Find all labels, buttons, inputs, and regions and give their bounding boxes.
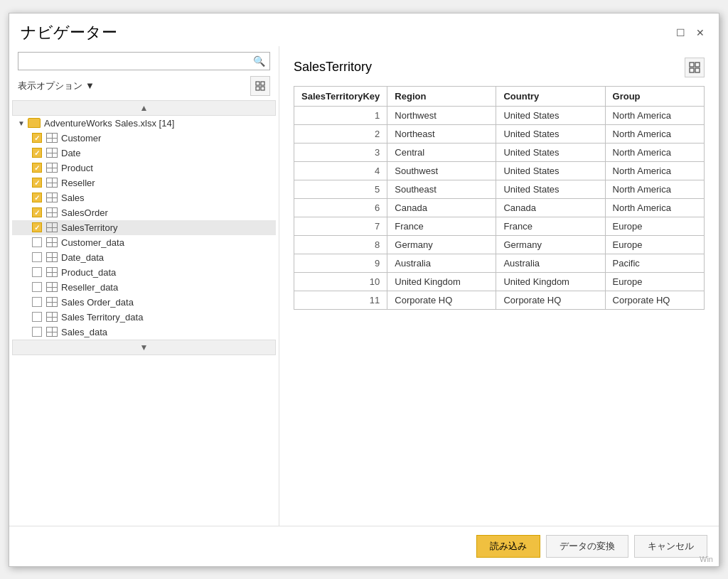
cell-country: Germany	[496, 235, 605, 254]
item-label-salesorder-data: Sales Order_data	[61, 297, 134, 308]
nav-view-button[interactable]	[250, 76, 270, 96]
table-row: 9 Australia Australia Pacific	[294, 254, 705, 272]
checkbox-salesterritory-data[interactable]	[32, 312, 42, 322]
tree-item-date[interactable]: Date	[12, 146, 276, 161]
load-button[interactable]: 読み込み	[476, 535, 540, 558]
cell-key: 5	[294, 180, 387, 198]
cell-group: North America	[605, 106, 704, 124]
item-label-customer-data: Customer_data	[61, 237, 124, 248]
cell-key: 10	[294, 272, 387, 291]
checkbox-reseller-data[interactable]	[32, 282, 42, 292]
checkbox-sales-data[interactable]	[32, 327, 42, 337]
cell-region: Southwest	[387, 161, 496, 180]
checkbox-customer-data[interactable]	[32, 237, 42, 247]
tree-item-sales[interactable]: Sales	[12, 190, 276, 205]
item-label-date: Date	[61, 148, 80, 158]
checkbox-salesorder-data[interactable]	[32, 297, 42, 307]
table-icon-sales	[46, 193, 58, 202]
tree-item-product[interactable]: Product	[12, 161, 276, 175]
tree-item-reseller[interactable]: Reseller	[12, 175, 276, 190]
tree-item-date-data[interactable]: Date_data	[12, 250, 276, 265]
tree-item-customer-data[interactable]: Customer_data	[12, 235, 276, 250]
tree-item-salesterritory-data[interactable]: Sales Territory_data	[12, 310, 276, 325]
cell-region: Canada	[387, 198, 496, 217]
tree-item-salesterritory[interactable]: SalesTerritory	[12, 220, 276, 235]
preview-title: SalesTerritory	[294, 60, 372, 75]
tree-item-salesorder[interactable]: SalesOrder	[12, 205, 276, 220]
cell-region: Central	[387, 143, 496, 161]
table-icon-salesterritory	[46, 222, 58, 232]
cell-group: North America	[605, 161, 704, 180]
table-row: 8 Germany Germany Europe	[294, 235, 705, 254]
preview-view-button[interactable]	[685, 58, 705, 77]
table-icon-salesorder	[46, 207, 58, 217]
cell-country: France	[496, 217, 605, 235]
table-row: 11 Corporate HQ Corporate HQ Corporate H…	[294, 291, 705, 309]
search-input[interactable]	[23, 55, 253, 66]
cell-region: Corporate HQ	[387, 291, 496, 309]
options-row: 表示オプション ▼	[9, 76, 279, 96]
nav-view-icon	[255, 81, 265, 91]
scroll-down-button[interactable]: ▼	[12, 340, 276, 355]
cell-group: Pacific	[605, 254, 704, 272]
cell-region: Australia	[387, 254, 496, 272]
checkbox-sales[interactable]	[32, 193, 42, 202]
item-label-salesterritory: SalesTerritory	[61, 222, 117, 233]
checkbox-reseller[interactable]	[32, 178, 42, 188]
checkbox-product[interactable]	[32, 163, 42, 173]
tree-item-sales-data[interactable]: Sales_data	[12, 325, 276, 340]
scroll-up-button[interactable]: ▲	[12, 100, 276, 116]
checkbox-salesterritory[interactable]	[32, 222, 42, 232]
cancel-button[interactable]: キャンセル	[634, 535, 707, 558]
cell-key: 2	[294, 124, 387, 143]
tree-item-salesorder-data[interactable]: Sales Order_data	[12, 295, 276, 310]
item-label-product: Product	[61, 163, 93, 173]
display-options-button[interactable]: 表示オプション ▼	[18, 80, 95, 92]
maximize-button[interactable]: ☐	[673, 26, 687, 40]
cell-country: United States	[496, 106, 605, 124]
svg-rect-0	[256, 82, 259, 85]
item-label-sales: Sales	[61, 193, 85, 203]
table-row: 6 Canada Canada North America	[294, 198, 705, 217]
table-row: 10 United Kingdom United Kingdom Europe	[294, 272, 705, 291]
checkbox-date[interactable]	[32, 148, 42, 158]
title-bar: ナビゲーター ☐ ✕	[9, 13, 719, 46]
cell-group: Europe	[605, 217, 704, 235]
dialog-title: ナビゲーター	[21, 22, 117, 43]
cell-group: Europe	[605, 235, 704, 254]
search-icon: 🔍	[253, 55, 265, 67]
table-icon-sales-data	[46, 327, 58, 337]
table-row: 2 Northeast United States North America	[294, 124, 705, 143]
search-bar[interactable]: 🔍	[18, 52, 270, 70]
folder-item[interactable]: ▼ AdventureWorks Sales.xlsx [14]	[12, 116, 276, 131]
tree-container[interactable]: ▲ ▼ AdventureWorks Sales.xlsx [14]	[9, 100, 279, 520]
close-button[interactable]: ✕	[693, 26, 707, 40]
svg-rect-7	[695, 68, 700, 72]
item-label-salesterritory-data: Sales Territory_data	[61, 312, 143, 323]
table-icon-date	[46, 148, 58, 158]
tree-item-product-data[interactable]: Product_data	[12, 265, 276, 280]
cell-key: 8	[294, 235, 387, 254]
col-header-country: Country	[496, 86, 605, 106]
checkbox-salesorder[interactable]	[32, 207, 42, 217]
cell-region: France	[387, 217, 496, 235]
col-header-region: Region	[387, 86, 496, 106]
table-row: 5 Southeast United States North America	[294, 180, 705, 198]
table-icon-date-data	[46, 252, 58, 262]
options-label-text: 表示オプション	[18, 80, 82, 92]
checkbox-date-data[interactable]	[32, 252, 42, 262]
transform-button[interactable]: データの変換	[546, 535, 628, 558]
table-icon-product	[46, 163, 58, 173]
cell-country: United States	[496, 161, 605, 180]
item-label-product-data: Product_data	[61, 267, 116, 278]
checkbox-product-data[interactable]	[32, 267, 42, 277]
checkbox-customer[interactable]	[32, 133, 42, 143]
folder-arrow-icon: ▼	[18, 119, 28, 127]
tree-item-reseller-data[interactable]: Reseller_data	[12, 280, 276, 295]
table-icon-product-data	[46, 267, 58, 277]
cell-country: United Kingdom	[496, 272, 605, 291]
tree-item-customer[interactable]: Customer	[12, 131, 276, 146]
cell-key: 1	[294, 106, 387, 124]
footer: 読み込み データの変換 キャンセル	[9, 526, 719, 566]
cell-key: 4	[294, 161, 387, 180]
